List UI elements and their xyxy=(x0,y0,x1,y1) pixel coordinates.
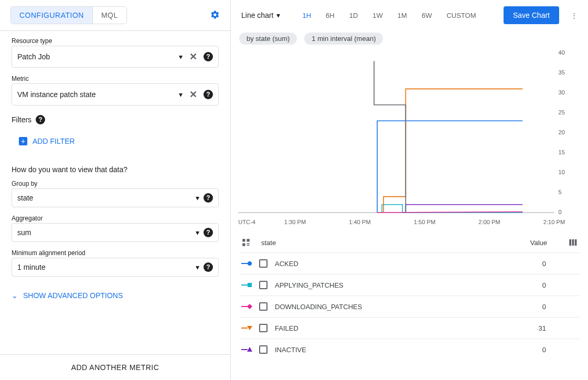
clear-metric-icon[interactable]: ✕ xyxy=(187,88,199,101)
series-value: 0 xyxy=(542,260,546,268)
state-column-header[interactable]: state xyxy=(261,239,276,247)
time-range-6h[interactable]: 6H xyxy=(319,8,341,23)
chevron-down-icon: ▾ xyxy=(196,263,199,271)
chevron-down-icon: ▾ xyxy=(196,228,199,237)
svg-rect-25 xyxy=(248,283,252,287)
show-advanced-button[interactable]: ⌄ SHOW ADVANCED OPTIONS xyxy=(12,291,123,300)
min-align-label: Minimum alignment period xyxy=(12,249,219,257)
series-checkbox[interactable] xyxy=(259,345,268,354)
plus-icon: + xyxy=(19,137,27,145)
gear-icon[interactable] xyxy=(210,10,220,21)
time-range-1d[interactable]: 1D xyxy=(343,8,365,23)
help-icon[interactable]: ? xyxy=(36,115,45,124)
series-name: APPLYING_PATCHES xyxy=(275,281,344,289)
aggregator-value: sum xyxy=(17,228,196,237)
svg-rect-16 xyxy=(242,239,245,241)
chart-type-select[interactable]: Line chart ▾ xyxy=(239,8,282,23)
add-filter-button[interactable]: + ADD FILTER xyxy=(12,131,75,152)
legend-row[interactable]: FAILED 31 xyxy=(239,317,580,339)
help-icon[interactable]: ? xyxy=(204,193,213,203)
chevron-down-icon: ⌄ xyxy=(12,291,18,300)
time-range-custom[interactable]: CUSTOM xyxy=(440,8,482,23)
time-range-1m[interactable]: 1M xyxy=(391,8,413,23)
series-marker-icon xyxy=(241,345,253,354)
legend-row[interactable]: APPLYING_PATCHES 0 xyxy=(239,274,580,295)
svg-rect-18 xyxy=(242,244,245,246)
series-name: DOWNLOADING_PATCHES xyxy=(275,303,362,311)
grid-icon[interactable] xyxy=(241,238,251,247)
config-panel: CONFIGURATION MQL Resource type Patch Jo… xyxy=(0,0,231,380)
svg-text:0: 0 xyxy=(559,209,562,215)
aggregator-select[interactable]: sum ▾ ? xyxy=(12,223,219,242)
value-column-header[interactable]: Value xyxy=(530,239,547,247)
columns-icon[interactable] xyxy=(568,238,578,247)
line-chart: 05101520253035401:30 PM1:40 PM1:50 PM2:0… xyxy=(233,50,573,228)
chevron-down-icon: ▾ xyxy=(196,194,199,202)
time-range-group: 1H6H1D1W1M6WCUSTOM xyxy=(296,8,482,23)
chevron-down-icon: ▾ xyxy=(179,52,183,61)
legend-row[interactable]: DOWNLOADING_PATCHES 0 xyxy=(239,295,580,317)
time-range-1h[interactable]: 1H xyxy=(296,8,317,23)
chart-panel: Line chart ▾ 1H6H1D1W1M6WCUSTOM Save Cha… xyxy=(231,0,588,380)
time-range-1w[interactable]: 1W xyxy=(366,8,389,23)
series-checkbox[interactable] xyxy=(259,302,268,311)
group-by-select[interactable]: state ▾ ? xyxy=(12,188,219,207)
help-icon[interactable]: ? xyxy=(204,52,213,61)
series-checkbox[interactable] xyxy=(259,259,268,268)
metric-value: VM instance patch state xyxy=(17,90,179,99)
help-icon[interactable]: ? xyxy=(204,228,213,237)
series-marker-icon xyxy=(241,281,253,289)
chip-by-state: by state (sum) xyxy=(239,33,297,45)
group-by-label: Group by xyxy=(12,180,219,187)
svg-text:35: 35 xyxy=(559,69,565,76)
series-value: 0 xyxy=(542,303,546,311)
show-advanced-label: SHOW ADVANCED OPTIONS xyxy=(23,291,123,300)
form-area: Resource type Patch Job ▾ ✕ ? Metric VM … xyxy=(0,31,230,354)
series-checkbox[interactable] xyxy=(259,281,268,289)
svg-text:5: 5 xyxy=(559,189,562,195)
metric-field: Metric VM instance patch state ▾ ✕ ? xyxy=(12,75,219,105)
chip-interval: 1 min interval (mean) xyxy=(304,33,383,45)
svg-rect-21 xyxy=(575,239,577,246)
svg-text:1:40 PM: 1:40 PM xyxy=(349,219,370,225)
legend-row[interactable]: ACKED 0 xyxy=(239,252,580,274)
series-checkbox[interactable] xyxy=(259,324,268,332)
svg-point-23 xyxy=(248,261,252,266)
metric-select[interactable]: VM instance patch state ▾ ✕ ? xyxy=(12,83,219,105)
clear-resource-type-icon[interactable]: ✕ xyxy=(187,50,199,63)
add-filter-label: ADD FILTER xyxy=(33,137,75,145)
series-name: FAILED xyxy=(275,324,298,332)
legend-row[interactable]: INACTIVE 0 xyxy=(239,339,580,360)
help-icon[interactable]: ? xyxy=(204,90,213,99)
resource-type-label: Resource type xyxy=(12,37,219,45)
svg-text:1:50 PM: 1:50 PM xyxy=(414,219,435,225)
min-align-value: 1 minute xyxy=(17,263,196,271)
svg-rect-20 xyxy=(572,239,574,246)
svg-text:1:30 PM: 1:30 PM xyxy=(284,219,306,225)
resource-type-field: Resource type Patch Job ▾ ✕ ? xyxy=(12,37,219,68)
chevron-down-icon: ▾ xyxy=(179,90,183,99)
svg-text:2:10 PM: 2:10 PM xyxy=(543,219,565,225)
resource-type-value: Patch Job xyxy=(17,52,179,61)
series-value: 0 xyxy=(542,281,546,289)
svg-text:15: 15 xyxy=(559,149,565,155)
metric-label: Metric xyxy=(12,75,219,82)
more-options-icon[interactable]: ⋮ xyxy=(569,9,580,22)
help-icon[interactable]: ? xyxy=(204,262,213,272)
svg-text:10: 10 xyxy=(559,169,565,175)
tab-mql[interactable]: MQL xyxy=(93,7,126,24)
legend-table: state Value ACKED 0 APPLYING_PATCHES 0 D… xyxy=(231,228,588,380)
series-marker-icon xyxy=(241,324,253,332)
svg-rect-19 xyxy=(569,239,571,246)
series-marker-icon xyxy=(241,302,253,311)
tab-configuration[interactable]: CONFIGURATION xyxy=(11,7,93,24)
add-another-metric-button[interactable]: ADD ANOTHER METRIC xyxy=(0,354,230,380)
aggregator-field: Aggregator sum ▾ ? xyxy=(12,215,219,242)
resource-type-select[interactable]: Patch Job ▾ ✕ ? xyxy=(12,46,219,68)
min-align-select[interactable]: 1 minute ▾ ? xyxy=(12,258,219,277)
chart-area: 05101520253035401:30 PM1:40 PM1:50 PM2:0… xyxy=(231,50,588,228)
time-range-6w[interactable]: 6W xyxy=(415,8,439,23)
filters-label: Filters ? xyxy=(12,115,219,124)
series-name: ACKED xyxy=(275,260,298,268)
save-chart-button[interactable]: Save Chart xyxy=(504,6,559,24)
